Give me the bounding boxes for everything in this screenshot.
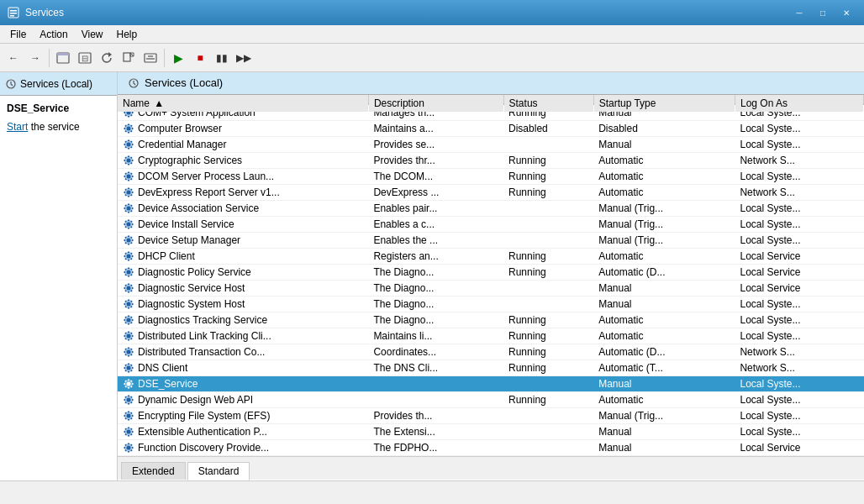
svg-line-60 [131, 179, 132, 180]
close-button[interactable]: ✕ [835, 4, 857, 21]
table-row[interactable]: Distributed Link Tracking Cli...Maintain… [118, 328, 864, 344]
service-startup-cell: Manual (Trig... [593, 408, 735, 424]
service-startup-cell: Manual [593, 137, 735, 153]
service-logon-cell: Local Syste... [735, 376, 863, 392]
svg-point-108 [127, 255, 131, 259]
back-button[interactable]: ← [3, 48, 24, 68]
maximize-button[interactable]: □ [812, 4, 834, 21]
svg-rect-1 [10, 10, 17, 12]
service-startup-cell: Disabled [593, 121, 735, 137]
service-name-cell: Device Setup Manager [118, 233, 368, 249]
service-logon-cell: Network S... [735, 344, 863, 360]
service-name-text: Device Association Service [138, 202, 259, 214]
table-row[interactable]: Distributed Transaction Co...Coordinates… [118, 344, 864, 360]
svg-line-206 [131, 396, 132, 397]
service-logon-cell: Local Syste... [735, 392, 863, 408]
svg-line-22 [125, 115, 126, 116]
stop-service-button[interactable]: ■ [190, 48, 210, 68]
service-logon-cell: Local Service [735, 440, 863, 456]
sidebar: Services (Local) DSE_Service Start the s… [0, 72, 118, 480]
svg-line-210 [131, 418, 132, 419]
table-row[interactable]: Device Install ServiceEnables a c...Manu… [118, 217, 864, 233]
table-row[interactable]: Extensible Authentication P...The Extens… [118, 424, 864, 440]
service-name-text: Encrypting File System (EFS) [138, 410, 270, 422]
service-status-cell: Disabled [503, 121, 593, 137]
refresh-button[interactable] [97, 48, 117, 68]
service-icon [123, 155, 134, 166]
show-hide-console-button[interactable] [53, 48, 73, 68]
svg-line-234 [125, 444, 126, 445]
service-name-cell: Distributed Transaction Co... [118, 344, 368, 360]
column-header-startup[interactable]: Startup Type [593, 95, 735, 113]
service-status-cell [503, 217, 593, 233]
table-row[interactable]: DevExpress Report Server v1...DevExpress… [118, 185, 864, 201]
services-table-container[interactable]: Name ▲ Description Status Startup Type L… [118, 95, 864, 456]
svg-line-96 [131, 221, 132, 222]
svg-point-188 [127, 382, 131, 386]
svg-line-116 [131, 253, 132, 254]
table-row[interactable]: Dynamic Design Web APIRunningAutomaticLo… [118, 392, 864, 408]
svg-line-190 [131, 386, 132, 387]
resume-service-button[interactable]: ▶▶ [234, 48, 254, 68]
forward-button[interactable]: → [25, 48, 45, 68]
start-service-link[interactable]: Start [7, 121, 28, 133]
svg-line-142 [125, 307, 126, 307]
table-row[interactable]: DNS ClientThe DNS Cli...RunningAutomatic… [118, 360, 864, 376]
table-row[interactable]: Diagnostic System HostThe Diagno...Manua… [118, 297, 864, 312]
service-name-text: Diagnostic Service Host [138, 282, 245, 294]
service-status-cell: Running [503, 344, 593, 360]
service-name-cell: Credential Manager [118, 137, 368, 153]
window-controls: ─ □ ✕ [788, 4, 857, 21]
table-row[interactable]: DCOM Server Process Laun...The DCOM...Ru… [118, 169, 864, 185]
service-desc-cell: Enables a c... [368, 217, 503, 233]
table-row[interactable]: DSE_ServiceManualLocal Syste... [118, 376, 864, 392]
column-header-status[interactable]: Status [503, 95, 593, 113]
table-row[interactable]: Diagnostic Service HostThe Diagno...Manu… [118, 281, 864, 297]
svg-rect-3 [10, 15, 14, 17]
service-startup-cell: Automatic [593, 312, 735, 328]
table-row[interactable]: Function Discovery Provide...The FDPHO..… [118, 440, 864, 456]
service-icon [123, 330, 134, 342]
service-startup-cell: Manual [593, 440, 735, 456]
menu-action[interactable]: Action [33, 27, 74, 42]
up-button[interactable]: ⊟ [75, 48, 95, 68]
service-name-text: Diagnostic Policy Service [138, 266, 251, 278]
table-row[interactable]: Credential ManagerProvides se...ManualLo… [118, 137, 864, 153]
table-row[interactable]: Encrypting File System (EFS)Provides th.… [118, 408, 864, 424]
column-header-description[interactable]: Description [368, 95, 503, 113]
status-bar [0, 480, 864, 499]
menu-view[interactable]: View [75, 27, 110, 42]
filter-button[interactable] [140, 48, 161, 68]
table-row[interactable]: Computer BrowserMaintains a...DisabledDi… [118, 121, 864, 137]
toolbar-sep-2 [164, 49, 165, 67]
service-startup-cell: Automatic (D... [593, 344, 735, 360]
service-startup-cell: Automatic [593, 185, 735, 201]
table-row[interactable]: Device Association ServiceEnables pair..… [118, 201, 864, 217]
service-logon-cell: Local Syste... [735, 201, 863, 217]
service-logon-cell: Local Syste... [735, 312, 863, 328]
menu-file[interactable]: File [3, 27, 33, 42]
minimize-button[interactable]: ─ [788, 4, 810, 21]
column-header-logon[interactable]: Log On As [735, 95, 863, 113]
svg-line-216 [131, 412, 132, 413]
tab-extended[interactable]: Extended [121, 462, 186, 480]
export-button[interactable] [119, 48, 139, 68]
pause-service-button[interactable]: ▮▮ [212, 48, 232, 68]
svg-point-178 [127, 366, 131, 370]
table-row[interactable]: DHCP ClientRegisters an...RunningAutomat… [118, 249, 864, 265]
service-name-text: Distributed Link Tracking Cli... [138, 330, 271, 342]
start-service-button[interactable]: ▶ [168, 48, 188, 68]
service-desc-cell: Coordinates... [368, 344, 503, 360]
table-row[interactable]: Device Setup ManagerEnables the ...Manua… [118, 233, 864, 249]
service-name-text: Device Install Service [138, 218, 234, 230]
table-row[interactable]: Diagnostics Tracking ServiceThe Diagno..… [118, 312, 864, 328]
svg-point-218 [127, 430, 131, 434]
menu-help[interactable]: Help [110, 27, 145, 42]
table-row[interactable]: Diagnostic Policy ServiceThe Diagno...Ru… [118, 265, 864, 281]
svg-line-182 [125, 370, 126, 371]
tab-standard[interactable]: Standard [187, 462, 250, 480]
table-row[interactable]: Cryptographic ServicesProvides thr...Run… [118, 153, 864, 169]
column-header-name[interactable]: Name ▲ [118, 95, 368, 113]
svg-line-30 [131, 131, 132, 132]
service-icon [123, 314, 134, 326]
